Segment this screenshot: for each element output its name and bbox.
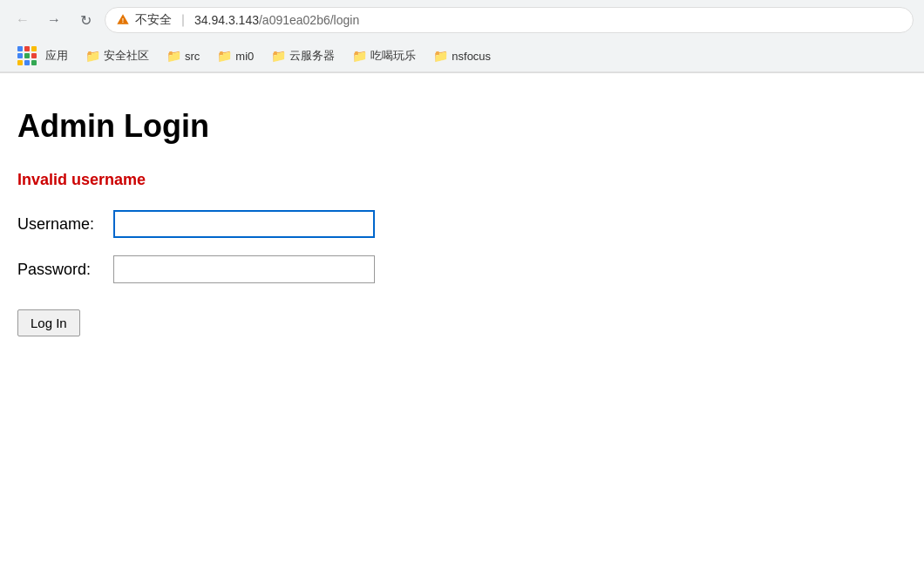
bookmark-label: mi0 bbox=[235, 50, 254, 63]
bookmark-src[interactable]: 📁 src bbox=[160, 46, 207, 65]
reload-button[interactable]: ↻ bbox=[73, 8, 98, 32]
password-input[interactable] bbox=[113, 255, 375, 283]
back-button[interactable]: ← bbox=[10, 8, 35, 32]
svg-text:!: ! bbox=[122, 17, 124, 24]
username-label: Username: bbox=[17, 215, 113, 234]
username-group: Username: bbox=[17, 210, 907, 238]
browser-chrome: ← → ↻ ! 不安全 ｜ 34.94.3.143/a091ea02b6/log… bbox=[0, 0, 924, 73]
bookmark-label: 吃喝玩乐 bbox=[370, 48, 416, 64]
page-content: Admin Login Invalid username Username: P… bbox=[0, 73, 924, 354]
apps-label: 应用 bbox=[45, 48, 68, 64]
login-button[interactable]: Log In bbox=[17, 309, 80, 336]
bookmark-label: 安全社区 bbox=[104, 48, 149, 64]
reload-icon: ↻ bbox=[80, 12, 92, 29]
forward-button[interactable]: → bbox=[42, 8, 66, 32]
bookmark-nsfocus[interactable]: 📁 nsfocus bbox=[426, 46, 498, 65]
error-message: Invalid username bbox=[17, 171, 907, 189]
folder-icon: 📁 bbox=[433, 49, 448, 63]
apps-bookmark[interactable]: 应用 bbox=[10, 44, 75, 68]
bookmark-mi0[interactable]: 📁 mi0 bbox=[210, 46, 261, 65]
security-warning-icon: ! bbox=[116, 13, 130, 27]
folder-icon: 📁 bbox=[271, 49, 286, 63]
folder-icon: 📁 bbox=[166, 49, 181, 63]
folder-icon: 📁 bbox=[85, 49, 100, 63]
bookmarks-bar: 应用 📁 安全社区 📁 src 📁 mi0 📁 云服务器 📁 吃喝玩乐 📁 ns… bbox=[0, 40, 924, 72]
url-separator: ｜ bbox=[177, 12, 189, 28]
apps-grid-icon bbox=[17, 46, 37, 65]
bookmark-food[interactable]: 📁 吃喝玩乐 bbox=[345, 45, 423, 66]
security-label: 不安全 bbox=[135, 12, 172, 28]
password-group: Password: bbox=[17, 255, 907, 283]
folder-icon: 📁 bbox=[217, 49, 232, 63]
address-url: 34.94.3.143/a091ea02b6/login bbox=[194, 13, 359, 27]
back-icon: ← bbox=[16, 12, 30, 28]
nav-bar: ← → ↻ ! 不安全 ｜ 34.94.3.143/a091ea02b6/log… bbox=[0, 0, 924, 40]
password-label: Password: bbox=[17, 261, 113, 279]
page-title: Admin Login bbox=[17, 108, 907, 145]
bookmark-label: src bbox=[185, 50, 200, 63]
username-input[interactable] bbox=[113, 210, 375, 238]
bookmark-cloud[interactable]: 📁 云服务器 bbox=[264, 45, 342, 66]
address-bar[interactable]: ! 不安全 ｜ 34.94.3.143/a091ea02b6/login bbox=[105, 7, 914, 33]
folder-icon: 📁 bbox=[352, 49, 367, 63]
bookmark-security[interactable]: 📁 安全社区 bbox=[78, 45, 156, 66]
bookmark-label: 云服务器 bbox=[289, 48, 335, 64]
bookmark-label: nsfocus bbox=[452, 50, 491, 63]
forward-icon: → bbox=[47, 12, 61, 28]
login-form: Username: Password: Log In bbox=[17, 210, 907, 336]
